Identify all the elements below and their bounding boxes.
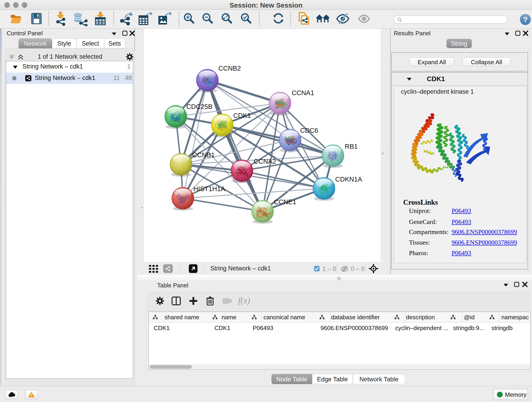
svg-text:CCNA1: CCNA1	[292, 89, 314, 96]
svg-text:CCNE1: CCNE1	[274, 198, 296, 206]
svg-text:HIST1H1A: HIST1H1A	[193, 185, 225, 192]
svg-text:CDC25B: CDC25B	[186, 103, 212, 110]
svg-text:CDK1: CDK1	[233, 112, 251, 119]
svg-text:CCNB1: CCNB1	[192, 151, 215, 159]
svg-text:RB1: RB1	[345, 143, 358, 150]
svg-text:CDKN1A: CDKN1A	[335, 176, 362, 183]
svg-text:CCNA2: CCNA2	[254, 158, 276, 165]
svg-text:CCNB2: CCNB2	[218, 65, 241, 72]
svg-text:?: ?	[523, 15, 528, 24]
svg-text:CDC6: CDC6	[300, 127, 318, 134]
